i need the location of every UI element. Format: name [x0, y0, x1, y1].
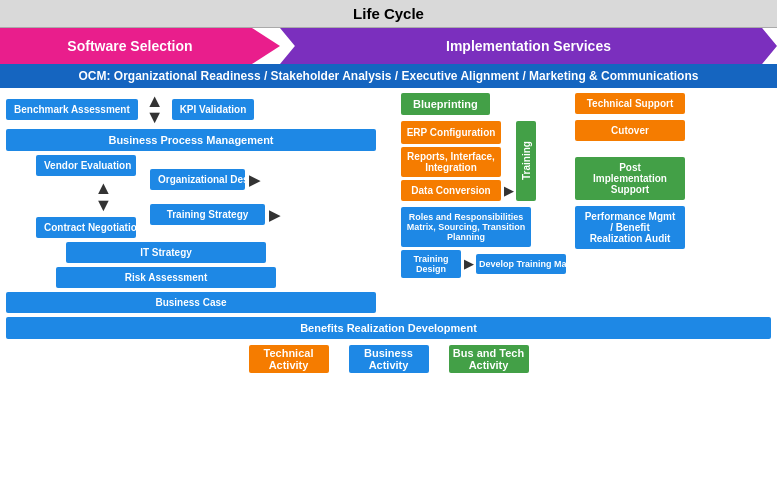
- data-conversion-box: Data Conversion: [401, 180, 501, 201]
- vendor-contract-col: Vendor Evaluation ▲ ▼ Contract Negotiati…: [36, 155, 136, 237]
- reports-box: Reports, Interface, Integration: [401, 147, 501, 177]
- benefits-banner: Benefits Realization Development: [6, 317, 771, 339]
- org-training-col: Organizational Design ▶ Training Strateg…: [150, 155, 280, 225]
- training-design-row: Training Design ▶ Develop Training Mater…: [401, 250, 566, 278]
- blueprinting-box: Blueprinting: [401, 93, 490, 115]
- arrow-right-dc: ▶: [504, 184, 513, 198]
- post-impl-box: Post Implementation Support: [575, 157, 685, 200]
- kpi-box: KPI Validation: [172, 99, 255, 120]
- software-selection-phase: Software Selection: [0, 28, 280, 64]
- legend-row: Technical Activity Business Activity Bus…: [0, 341, 777, 377]
- arrow-right2: ▶: [269, 207, 280, 223]
- benchmark-kpi-row: Benchmark Assessment ▲ ▼ KPI Validation: [6, 93, 396, 125]
- training-strategy-box: Training Strategy: [150, 204, 265, 225]
- bottom-strategies: IT Strategy Risk Assessment Business Cas…: [6, 242, 396, 313]
- vendor-box: Vendor Evaluation: [36, 155, 136, 176]
- right-side-boxes: Technical Support Cutover Post Implement…: [575, 93, 685, 278]
- arrows-vert2: ▲ ▼: [71, 180, 136, 212]
- training-vertical-box: Training: [516, 121, 536, 201]
- arrow-right1: ▶: [249, 172, 260, 188]
- double-arrow-vert: ▲ ▼: [146, 93, 164, 125]
- arrow-right-td: ▶: [464, 257, 473, 271]
- org-row: Organizational Design ▶: [150, 169, 280, 190]
- legend-tech-activity: Technical Activity: [249, 345, 329, 373]
- data-conv-row: Data Conversion ▶: [401, 180, 513, 201]
- tech-support-box: Technical Support: [575, 93, 685, 114]
- contract-box: Contract Negotiations: [36, 217, 136, 238]
- business-activity-legend: Business Activity: [349, 345, 429, 373]
- erp-boxes: ERP Configuration Reports, Interface, In…: [401, 121, 513, 201]
- business-case-box: Business Case: [6, 292, 376, 313]
- right-top-row: Blueprinting ERP Configuration Reports, …: [401, 93, 771, 278]
- cutover-box: Cutover: [575, 120, 685, 141]
- left-panel: Benchmark Assessment ▲ ▼ KPI Validation …: [6, 93, 396, 313]
- erp-config-box: ERP Configuration: [401, 121, 501, 144]
- it-strategy-box: IT Strategy: [66, 242, 266, 263]
- org-design-box: Organizational Design: [150, 169, 245, 190]
- training-row: Training Strategy ▶: [150, 204, 280, 225]
- erp-training-area: ERP Configuration Reports, Interface, In…: [401, 121, 566, 201]
- lifecycle-title: Life Cycle: [353, 5, 424, 22]
- legend-bus-tech-activity: Bus and Tech Activity: [449, 345, 529, 373]
- risk-assessment-box: Risk Assessment: [56, 267, 276, 288]
- tech-activity-legend: Technical Activity: [249, 345, 329, 373]
- legend-business-activity: Business Activity: [349, 345, 429, 373]
- right-panel: Blueprinting ERP Configuration Reports, …: [401, 93, 771, 313]
- bpm-box: Business Process Management: [6, 129, 376, 151]
- phase-row: Software Selection Implementation Servic…: [0, 28, 777, 64]
- lifecycle-header: Life Cycle: [0, 0, 777, 28]
- training-design-box: Training Design: [401, 250, 461, 278]
- benchmark-box: Benchmark Assessment: [6, 99, 138, 120]
- roles-section: Roles and Responsibilities Matrix, Sourc…: [401, 207, 566, 278]
- implementation-phase: Implementation Services: [280, 28, 777, 64]
- develop-materials-box: Develop Training Materials and Plan: [476, 254, 566, 274]
- vendor-org-section: Vendor Evaluation ▲ ▼ Contract Negotiati…: [6, 155, 396, 237]
- ocm-banner: OCM: Organizational Readiness / Stakehol…: [0, 64, 777, 88]
- blueprinting-area: Blueprinting ERP Configuration Reports, …: [401, 93, 566, 278]
- roles-box: Roles and Responsibilities Matrix, Sourc…: [401, 207, 531, 247]
- perf-mgmt-box: Performance Mgmt / Benefit Realization A…: [575, 206, 685, 249]
- bus-tech-activity-legend: Bus and Tech Activity: [449, 345, 529, 373]
